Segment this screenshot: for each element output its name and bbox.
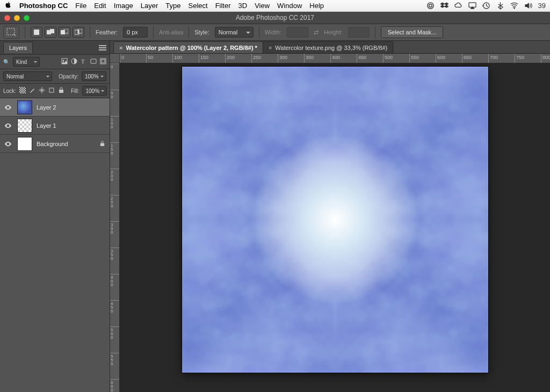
- subtract-selection-icon[interactable]: [59, 27, 70, 38]
- svg-point-4: [514, 8, 515, 9]
- menu-3d[interactable]: 3D: [238, 2, 248, 10]
- cc-icon[interactable]: [426, 2, 435, 10]
- filter-type-icon[interactable]: T: [81, 58, 87, 66]
- svg-rect-9: [61, 30, 65, 34]
- svg-rect-20: [102, 60, 105, 63]
- layer-thumbnail[interactable]: [17, 119, 32, 133]
- svg-rect-25: [59, 90, 63, 93]
- window-close-button[interactable]: [4, 15, 10, 21]
- document-tab-label: Watercolor pattern @ 100% (Layer 2, RGB/…: [126, 45, 257, 51]
- filter-shape-icon[interactable]: [90, 58, 97, 66]
- ruler-horizontal[interactable]: 0501001502002503003504004505005506006507…: [120, 54, 550, 63]
- svg-rect-21: [19, 87, 26, 93]
- menu-help[interactable]: Help: [309, 2, 324, 10]
- wifi-icon[interactable]: [510, 2, 519, 10]
- style-label: Style:: [194, 29, 209, 35]
- document-tab[interactable]: × Watercolor texture.png @ 33,3% (RGB/8#…: [263, 41, 393, 53]
- style-select[interactable]: Normal: [215, 27, 254, 38]
- layer-row[interactable]: Background: [0, 135, 110, 153]
- menu-layer[interactable]: Layer: [141, 2, 158, 10]
- menu-select[interactable]: Select: [188, 2, 207, 10]
- blend-mode-select[interactable]: Normal: [3, 71, 52, 81]
- separator: [259, 26, 259, 38]
- svg-text:T: T: [81, 58, 85, 64]
- app-name[interactable]: Photoshop CC: [19, 2, 68, 10]
- bluetooth-icon[interactable]: [496, 2, 505, 10]
- layers-tab[interactable]: Layers: [3, 42, 33, 53]
- layer-row[interactable]: Layer 1: [0, 117, 110, 135]
- close-tab-icon[interactable]: ×: [269, 45, 272, 51]
- panel-menu-icon[interactable]: [99, 45, 106, 50]
- filter-adjust-icon[interactable]: [71, 58, 77, 66]
- menu-edit[interactable]: Edit: [94, 2, 106, 10]
- add-selection-icon[interactable]: [45, 27, 56, 38]
- airplay-icon[interactable]: [468, 2, 477, 10]
- layer-name[interactable]: Background: [37, 141, 93, 147]
- menu-file[interactable]: File: [75, 2, 86, 10]
- layer-row[interactable]: Layer 2: [0, 98, 110, 117]
- svg-rect-18: [91, 59, 96, 63]
- lock-position-icon[interactable]: [39, 87, 45, 95]
- layer-thumbnail[interactable]: [17, 137, 32, 151]
- volume-icon[interactable]: [524, 2, 533, 10]
- separator: [153, 26, 154, 38]
- visibility-toggle-icon[interactable]: [3, 104, 13, 111]
- apple-logo-icon[interactable]: [4, 1, 12, 10]
- cloud-icon[interactable]: [454, 2, 463, 10]
- svg-rect-8: [50, 29, 54, 33]
- marquee-tool-icon[interactable]: [3, 26, 19, 39]
- window-minimize-button[interactable]: [14, 15, 20, 21]
- height-label: Height:: [324, 29, 343, 35]
- ruler-vertical[interactable]: 0501001502002503003504004505005506006507…: [110, 63, 120, 392]
- svg-rect-26: [100, 143, 104, 147]
- swap-wh-icon: ⇄: [314, 29, 319, 36]
- window-titlebar: Adobe Photoshop CC 2017: [0, 12, 550, 24]
- filter-kind-select[interactable]: Kind: [13, 57, 40, 67]
- selection-mode-group: [31, 27, 84, 38]
- svg-point-0: [428, 3, 433, 9]
- mac-status-icons: 39: [426, 2, 546, 10]
- lock-artboard-icon[interactable]: [48, 87, 55, 95]
- layer-name[interactable]: Layer 2: [37, 104, 93, 111]
- opacity-input[interactable]: 100%: [82, 71, 106, 81]
- visibility-toggle-icon[interactable]: [3, 122, 13, 129]
- search-icon: 🔍: [3, 59, 10, 65]
- layer-thumbnail[interactable]: [17, 100, 32, 114]
- feather-input[interactable]: [123, 27, 148, 38]
- menu-image[interactable]: Image: [114, 2, 133, 10]
- new-selection-icon[interactable]: [31, 27, 42, 38]
- menu-window[interactable]: Window: [277, 2, 302, 10]
- svg-rect-24: [49, 88, 54, 92]
- timemachine-icon[interactable]: [482, 2, 491, 10]
- svg-point-15: [63, 60, 64, 62]
- lock-transparency-icon[interactable]: [19, 87, 26, 95]
- separator: [189, 26, 189, 38]
- document-tab[interactable]: × Watercolor pattern @ 100% (Layer 2, RG…: [113, 41, 263, 53]
- ruler-origin[interactable]: [110, 54, 120, 63]
- window-maximize-button[interactable]: [24, 15, 30, 21]
- svg-rect-38: [182, 220, 335, 373]
- select-and-mask-button[interactable]: Select and Mask...: [381, 26, 444, 38]
- lock-pixels-icon[interactable]: [29, 87, 35, 95]
- lock-all-icon[interactable]: [58, 87, 64, 95]
- filter-smart-icon[interactable]: [100, 58, 106, 66]
- artboard[interactable]: [182, 67, 488, 373]
- menu-filter[interactable]: Filter: [215, 2, 231, 10]
- intersect-selection-icon[interactable]: [73, 27, 84, 38]
- opacity-label: Opacity:: [59, 74, 78, 79]
- lock-label: Lock:: [3, 88, 16, 94]
- layer-name[interactable]: Layer 1: [37, 122, 93, 129]
- viewport[interactable]: [120, 63, 550, 392]
- options-bar: Feather: Anti-alias Style: Normal Width:…: [0, 24, 550, 41]
- layers-panel: Layers 🔍 Kind T Normal Opacity: 100% Loc…: [0, 41, 110, 392]
- battery-percent[interactable]: 39: [538, 2, 546, 10]
- layer-list: Layer 2 Layer 1 Background: [0, 98, 110, 392]
- visibility-toggle-icon[interactable]: [3, 140, 13, 148]
- lock-icon: [98, 141, 106, 147]
- close-tab-icon[interactable]: ×: [119, 45, 122, 51]
- menu-view[interactable]: View: [255, 2, 270, 10]
- dropbox-icon[interactable]: [440, 2, 449, 10]
- fill-input[interactable]: 100%: [82, 86, 107, 96]
- filter-pixel-icon[interactable]: [61, 58, 68, 66]
- menu-type[interactable]: Type: [165, 2, 180, 10]
